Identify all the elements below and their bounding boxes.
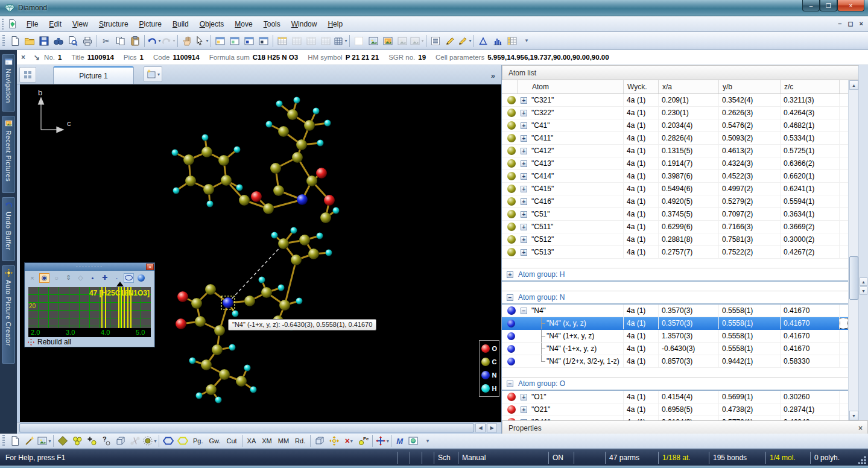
atom-H[interactable]: [333, 207, 340, 214]
jump-icon[interactable]: ↘: [34, 53, 40, 62]
apc-rebuild-all-button[interactable]: Rebuild all: [27, 338, 71, 346]
atom-H[interactable]: [229, 344, 236, 351]
atom-ball-N[interactable]: [507, 306, 516, 315]
pg-button[interactable]: Pg.: [190, 436, 206, 446]
atom-ball-N[interactable]: [507, 320, 515, 327]
cell-edges[interactable]: [312, 434, 327, 447]
atom-row[interactable]: +"C415"4a (1)0.5494(6)0.4997(2)0.6241(1): [502, 183, 848, 195]
mdi-control-0[interactable]: –: [838, 20, 841, 28]
atom-ball-C[interactable]: [507, 210, 516, 218]
picture-tool[interactable]: [395, 34, 410, 48]
atom-H[interactable]: [189, 358, 196, 364]
properties-close-icon[interactable]: ×: [858, 424, 863, 432]
expand-icon[interactable]: +: [521, 394, 527, 400]
expand-icon[interactable]: +: [521, 160, 527, 167]
expand-icon[interactable]: +: [521, 122, 527, 129]
toolbar-overflow-bottom[interactable]: ▾: [420, 434, 435, 447]
col-yb[interactable]: y/b: [719, 80, 781, 93]
atom-row[interactable]: +"O41"4a (1)0.0124(3)0.5776(1)0.46240: [502, 416, 848, 420]
atom-ball-C[interactable]: [507, 159, 516, 168]
atom-H[interactable]: [202, 134, 209, 141]
picture-search[interactable]: ▾: [37, 434, 51, 447]
pane-scroll-up[interactable]: ▲: [860, 277, 867, 286]
expand-icon[interactable]: +: [521, 148, 527, 154]
atom-row[interactable]: "N4" (1/2+x, 3/2-y, 1-z)4a (1)0.8570(3)0…: [502, 355, 848, 368]
col-xa[interactable]: x/a: [659, 80, 719, 93]
unit-cell-tool[interactable]: [113, 434, 128, 447]
atom-C[interactable]: [263, 203, 274, 214]
atom-row[interactable]: "N4" (x, y, z)4a (1)0.3570(3)0.5558(1)0.…: [502, 317, 848, 330]
apc-title-bar[interactable]: ········· ×: [25, 263, 154, 271]
atom-H[interactable]: [294, 97, 300, 104]
toolbar-grip[interactable]: [2, 435, 5, 447]
atom-H[interactable]: [317, 233, 323, 239]
atom-N[interactable]: [297, 194, 308, 205]
atom-C[interactable]: [183, 154, 194, 165]
xa-button[interactable]: XA: [244, 436, 259, 446]
apc-track-atom[interactable]: ◉: [39, 273, 49, 283]
atom-C[interactable]: [191, 298, 202, 309]
edit-picture-options[interactable]: ▾: [457, 34, 472, 48]
atom-C[interactable]: [185, 176, 196, 186]
atom-O[interactable]: [324, 195, 335, 206]
menu-grip[interactable]: [2, 19, 4, 30]
recent-pictures-pane[interactable]: [227, 34, 242, 48]
paste[interactable]: [128, 34, 142, 48]
atom-C[interactable]: [203, 184, 214, 195]
collapse-icon[interactable]: −: [507, 294, 513, 301]
atom-C[interactable]: [299, 235, 310, 245]
atom-row[interactable]: +"C414"4a (1)0.3987(6)0.4522(3)0.6620(1): [502, 170, 848, 183]
atom-H[interactable]: [244, 365, 251, 372]
atom-row[interactable]: +"C321"4a (1)0.209(1)0.3542(4)0.3211(3): [502, 94, 848, 107]
atom-C[interactable]: [244, 296, 255, 306]
atom-group-header[interactable]: −Atom group: N: [502, 291, 848, 305]
toolbar-grip[interactable]: [2, 35, 5, 47]
atom-design[interactable]: ▾: [142, 434, 157, 447]
tile-pictures-button[interactable]: [19, 67, 36, 83]
menu-objects[interactable]: Objects: [194, 17, 230, 31]
atom-C[interactable]: [212, 344, 223, 355]
resize-grip[interactable]: [858, 455, 867, 464]
atom-O[interactable]: [316, 168, 327, 179]
atom-ball-C[interactable]: [507, 96, 516, 104]
atom-H[interactable]: [196, 393, 203, 399]
toolbar-overflow[interactable]: ▾: [519, 34, 534, 48]
auto-picture-creator-window[interactable]: ········· × ×◉○⇕◇•✚· 47 [H25C18N1O3] 20 …: [24, 262, 155, 347]
atom-C[interactable]: [218, 155, 229, 166]
atom-H[interactable]: [313, 108, 320, 115]
apc-expand[interactable]: ✚: [100, 273, 110, 283]
expand-icon[interactable]: +: [521, 173, 527, 180]
expand-icon[interactable]: +: [507, 271, 513, 278]
hscroll-thumb[interactable]: [19, 423, 474, 432]
atom-C[interactable]: [221, 175, 232, 186]
iron-atom-tool[interactable]: Fe: [356, 434, 370, 447]
atom-C[interactable]: [206, 384, 217, 395]
expand-icon[interactable]: +: [521, 97, 527, 104]
atom-C[interactable]: [291, 255, 302, 265]
collapse-icon[interactable]: −: [507, 381, 513, 387]
atom-ball-C[interactable]: [507, 172, 516, 180]
ring-tool-blue[interactable]: [161, 434, 176, 447]
atom-H[interactable]: [326, 250, 332, 256]
new-report[interactable]: [8, 434, 22, 447]
atom-C[interactable]: [308, 248, 319, 259]
navigation-pane[interactable]: [213, 34, 227, 48]
atom-ball-C[interactable]: [507, 134, 516, 142]
sidebar-tab-undo-buffer[interactable]: Undo Buffer: [2, 197, 15, 261]
atom-group-tool[interactable]: [70, 434, 84, 447]
print-preview[interactable]: [66, 34, 80, 48]
menu-move[interactable]: Move: [229, 17, 258, 31]
undo[interactable]: ▾: [147, 34, 161, 48]
tab-picture-1[interactable]: Picture 1: [53, 66, 134, 84]
minimize-button[interactable]: –: [802, 0, 820, 11]
properties-list[interactable]: [428, 34, 443, 48]
apc-close-tool[interactable]: ×: [27, 273, 37, 283]
atom-C[interactable]: [219, 369, 230, 380]
gw-button[interactable]: Gw.: [206, 436, 224, 446]
atom-H[interactable]: [278, 285, 285, 291]
picture-mode[interactable]: [406, 434, 420, 447]
scroll-up-button[interactable]: ▲: [849, 80, 858, 90]
atom-ball-O[interactable]: [507, 393, 516, 401]
print[interactable]: [80, 34, 95, 48]
expand-icon[interactable]: +: [521, 224, 527, 230]
